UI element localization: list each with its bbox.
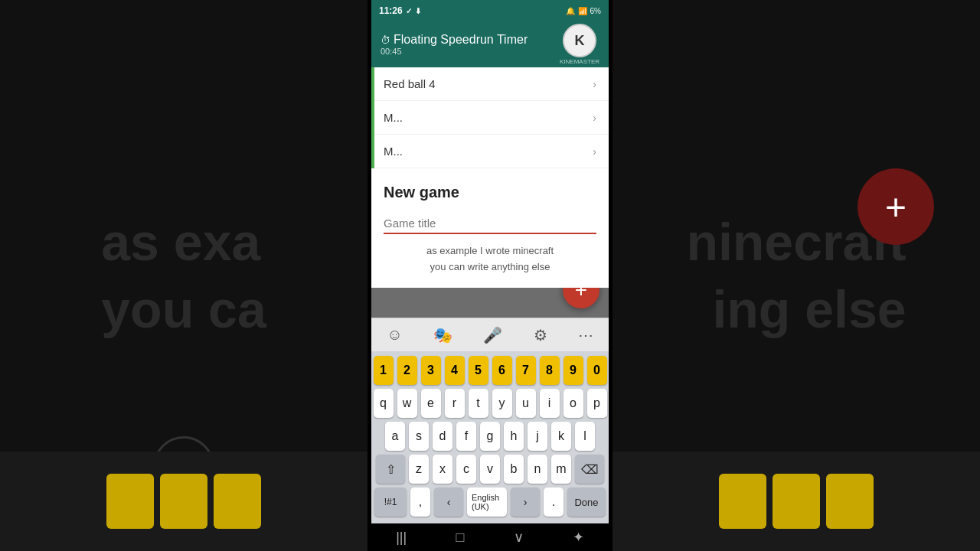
bg-key-1 <box>106 474 154 529</box>
chevron-icon-2: › <box>593 112 596 124</box>
asdf-row: a s d f g h j k l <box>374 422 606 451</box>
key-t[interactable]: t <box>469 389 488 418</box>
comma-key[interactable]: , <box>410 487 430 517</box>
bg-add-button: + <box>858 168 934 245</box>
bg-key-2 <box>160 474 207 529</box>
recents-nav-icon[interactable]: ∨ <box>514 529 524 546</box>
dialog-title: New game <box>384 184 596 201</box>
key-7[interactable]: 7 <box>516 356 536 385</box>
dialog-hint: as example I wrote minecraft you can wri… <box>384 243 596 276</box>
assist-nav-icon[interactable]: ✦ <box>573 529 584 546</box>
chevron-icon: › <box>593 78 596 90</box>
download-icon: ⬇ <box>415 7 421 15</box>
key-u[interactable]: u <box>516 389 536 418</box>
more-icon[interactable]: ⋯ <box>572 320 599 350</box>
key-h[interactable]: h <box>504 422 524 451</box>
bg-key-r3 <box>826 474 874 529</box>
key-m[interactable]: m <box>551 455 571 484</box>
key-w[interactable]: w <box>397 389 417 418</box>
key-y[interactable]: y <box>492 389 512 418</box>
lang-next-key[interactable]: › <box>511 487 540 517</box>
key-3[interactable]: 3 <box>421 356 441 385</box>
game-title-input[interactable] <box>384 214 596 234</box>
key-i[interactable]: i <box>540 389 560 418</box>
key-j[interactable]: j <box>528 422 547 451</box>
key-q[interactable]: q <box>374 389 394 418</box>
emoji-icon[interactable]: ☺ <box>381 320 408 350</box>
green-accent-bar <box>371 67 374 168</box>
key-9[interactable]: 9 <box>564 356 583 385</box>
key-o[interactable]: o <box>564 389 583 418</box>
key-k[interactable]: k <box>551 422 571 451</box>
back-nav-icon[interactable]: ||| <box>396 530 407 546</box>
key-d[interactable]: d <box>433 422 452 451</box>
language-key[interactable]: English (UK) <box>467 487 507 517</box>
phone-frame: 11:26 ✓ ⬇ 🔔 📶 6% ⏱ Floating Speedrun Tim… <box>371 0 609 551</box>
key-b[interactable]: b <box>504 455 524 484</box>
bg-right-text2: ing else <box>686 276 906 343</box>
done-key[interactable]: Done <box>567 487 606 517</box>
key-8[interactable]: 8 <box>540 356 560 385</box>
qwerty-row: q w e r t y u i o p <box>374 389 606 418</box>
shift-key[interactable]: ⇧ <box>376 455 405 484</box>
key-1[interactable]: 1 <box>374 356 394 385</box>
key-z[interactable]: z <box>409 455 429 484</box>
key-a[interactable]: a <box>385 422 405 451</box>
list-item-2[interactable]: M... › <box>371 101 609 135</box>
bg-left-text1: as exa <box>101 208 266 276</box>
home-nav-icon[interactable]: □ <box>456 530 464 546</box>
left-bg-panel: as exa you ca ☺ <box>0 0 368 551</box>
mic-icon[interactable]: 🎤 <box>477 320 508 350</box>
key-x[interactable]: x <box>433 455 452 484</box>
new-game-dialog: New game as example I wrote minecraft yo… <box>371 168 609 288</box>
bg-left-text2: you ca <box>101 276 266 343</box>
list-item-3[interactable]: M... › <box>371 135 609 168</box>
app-title-area: ⏱ Floating Speedrun Timer 00:45 <box>381 33 528 56</box>
key-v[interactable]: v <box>480 455 500 484</box>
bg-key-r2 <box>773 474 820 529</box>
app-bar: ⏱ Floating Speedrun Timer 00:45 K KINEMA… <box>371 21 609 67</box>
status-time: 11:26 ✓ ⬇ <box>379 5 421 16</box>
status-icons: 🔔 📶 6% <box>566 7 601 15</box>
sym-key[interactable]: !#1 <box>374 487 407 517</box>
period-key[interactable]: . <box>544 487 564 517</box>
key-c[interactable]: c <box>456 455 476 484</box>
wifi-icon: 📶 <box>578 7 587 15</box>
status-bar: 11:26 ✓ ⬇ 🔔 📶 6% <box>371 0 609 21</box>
bottom-row: !#1 , ‹ English (UK) › . Done <box>374 487 606 517</box>
key-g[interactable]: g <box>480 422 500 451</box>
timer-icon: ⏱ <box>381 34 390 46</box>
kinemaster-label: KINEMASTER <box>560 58 599 65</box>
key-p[interactable]: p <box>587 389 607 418</box>
key-2[interactable]: 2 <box>397 356 417 385</box>
key-l[interactable]: l <box>575 422 595 451</box>
keyboard: 1 2 3 4 5 6 7 8 9 0 q w e r t y u i o p … <box>371 351 609 523</box>
zxcv-row: ⇧ z x c v b n m ⌫ <box>374 455 606 484</box>
list-item-redball[interactable]: Red ball 4 › <box>371 67 609 101</box>
key-5[interactable]: 5 <box>469 356 488 385</box>
alarm-icon: 🔔 <box>566 7 575 15</box>
key-0[interactable]: 0 <box>587 356 607 385</box>
key-e[interactable]: e <box>421 389 441 418</box>
bg-key-3 <box>214 474 261 529</box>
key-r[interactable]: r <box>445 389 465 418</box>
battery-text: 6% <box>590 7 601 15</box>
key-n[interactable]: n <box>528 455 547 484</box>
key-4[interactable]: 4 <box>445 356 465 385</box>
settings-icon[interactable]: ⚙ <box>528 320 554 350</box>
lang-prev-key[interactable]: ‹ <box>434 487 463 517</box>
app-subtitle: 00:45 <box>381 47 528 56</box>
sticker-icon[interactable]: 🎭 <box>427 320 459 350</box>
key-f[interactable]: f <box>456 422 476 451</box>
modal-overlay: New game as example I wrote minecraft yo… <box>371 168 609 318</box>
right-bg-panel: ninecraft ing else + ⚙ <box>612 0 980 551</box>
bg-key-r1 <box>719 474 766 529</box>
number-row: 1 2 3 4 5 6 7 8 9 0 <box>374 356 606 385</box>
backspace-key[interactable]: ⌫ <box>575 455 604 484</box>
key-s[interactable]: s <box>409 422 429 451</box>
nav-bar: ||| □ ∨ ✦ <box>371 523 609 551</box>
keyboard-toolbar: ☺ 🎭 🎤 ⚙ ⋯ <box>371 318 609 351</box>
app-title: ⏱ Floating Speedrun Timer <box>381 33 528 47</box>
key-6[interactable]: 6 <box>492 356 512 385</box>
kinemaster-logo: K <box>563 24 596 57</box>
